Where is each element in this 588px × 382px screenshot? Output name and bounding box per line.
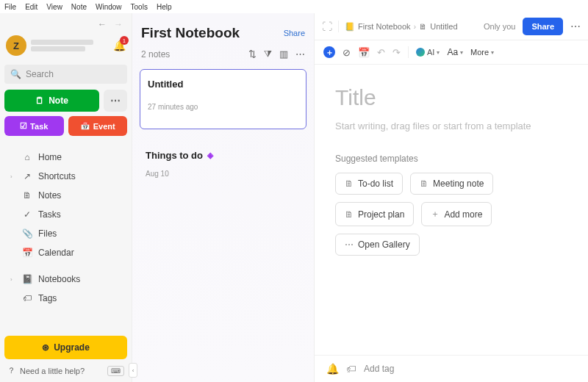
template-todo[interactable]: 🗎To-do list bbox=[335, 173, 403, 195]
breadcrumb-notebook[interactable]: First Notebook bbox=[358, 22, 411, 31]
ai-label: AI bbox=[427, 48, 434, 57]
note-more-icon[interactable]: ⋯ bbox=[570, 21, 581, 32]
menu-help[interactable]: Help bbox=[157, 3, 172, 11]
profile-name-redacted bbox=[31, 38, 109, 53]
sidebar-item-files[interactable]: 📎Files bbox=[4, 224, 127, 243]
note-item-time: 27 minutes ago bbox=[148, 103, 298, 111]
reminder-icon[interactable]: 🔔 bbox=[326, 363, 339, 375]
sidebar-item-home[interactable]: ⌂Home bbox=[4, 148, 127, 167]
collapse-sidebar-button[interactable]: ‹ bbox=[129, 363, 137, 378]
menu-note[interactable]: Note bbox=[71, 3, 87, 11]
search-placeholder: Search bbox=[26, 69, 54, 79]
undo-icon[interactable]: ↶ bbox=[377, 47, 385, 58]
help-icon: ？ bbox=[7, 365, 15, 376]
sidebar-item-tags[interactable]: 🏷Tags bbox=[4, 289, 127, 308]
template-label: Project plan bbox=[358, 209, 404, 220]
help-label: Need a little help? bbox=[20, 367, 85, 375]
editor-panel: ⛶ 📒 First Notebook › 🗎 Untitled Only you… bbox=[315, 13, 588, 382]
keyboard-icon[interactable]: ⌨ bbox=[107, 366, 124, 376]
new-more-button[interactable]: ⋯ bbox=[104, 90, 127, 112]
sidebar-item-label: Notebooks bbox=[38, 274, 80, 284]
more-label: More bbox=[470, 48, 489, 57]
tasks-icon: ✓ bbox=[22, 209, 32, 220]
home-icon: ⌂ bbox=[22, 152, 32, 162]
open-gallery-button[interactable]: ⋯Open Gallery bbox=[335, 234, 420, 256]
sidebar-item-shortcuts[interactable]: ›↗Shortcuts bbox=[4, 167, 127, 186]
chevron-right-icon: › bbox=[10, 276, 16, 283]
tag-add-icon[interactable]: 🏷 bbox=[346, 363, 356, 375]
sidebar-item-label: Tags bbox=[38, 293, 57, 303]
sidebar-item-label: Files bbox=[38, 228, 57, 239]
note-item-title: Things to do bbox=[146, 150, 203, 161]
shortcut-badge-icon: ◈ bbox=[207, 151, 213, 160]
notes-icon: 🗎 bbox=[22, 190, 32, 201]
sidebar-item-label: Notes bbox=[38, 190, 61, 201]
template-label: Add more bbox=[444, 209, 482, 220]
upgrade-label: Upgrade bbox=[54, 342, 90, 353]
filter-icon[interactable]: ⧩ bbox=[264, 48, 272, 60]
task-label: Task bbox=[30, 122, 48, 131]
avatar: Z bbox=[6, 35, 26, 56]
menu-window[interactable]: Window bbox=[96, 3, 122, 11]
calendar-icon: 📅 bbox=[22, 248, 32, 258]
breadcrumb-note[interactable]: Untitled bbox=[430, 22, 457, 31]
insert-button[interactable]: ＋ bbox=[323, 46, 335, 58]
template-label: Meeting note bbox=[433, 179, 484, 189]
upgrade-icon: ⊛ bbox=[42, 342, 49, 353]
tags-icon: 🏷 bbox=[22, 293, 32, 303]
profile-row[interactable]: Z 🔔 1 bbox=[4, 32, 127, 59]
sidebar-item-tasks[interactable]: ✓Tasks bbox=[4, 205, 127, 224]
note-list-item[interactable]: Untitled 27 minutes ago bbox=[140, 69, 306, 129]
chevron-down-icon: ▾ bbox=[491, 49, 494, 56]
search-input[interactable]: 🔍 Search bbox=[4, 65, 127, 84]
note-list-item[interactable]: Things to do ◈ Aug 10 bbox=[138, 141, 308, 187]
plus-icon: ＋ bbox=[431, 208, 440, 220]
doc-icon: 🗎 bbox=[345, 179, 354, 189]
menu-tools[interactable]: Tools bbox=[131, 3, 148, 11]
add-tag-input[interactable]: Add tag bbox=[364, 364, 394, 374]
task-toggle-icon[interactable]: ⊘ bbox=[343, 47, 351, 58]
search-icon: 🔍 bbox=[10, 69, 21, 79]
note-body-input[interactable]: Start writing, drag files or start from … bbox=[335, 120, 567, 131]
template-label: To-do list bbox=[358, 179, 393, 189]
menu-view[interactable]: View bbox=[46, 3, 62, 11]
toolbar-more-button[interactable]: More ▾ bbox=[470, 48, 494, 57]
help-link[interactable]: ？ Need a little help? ⌨ bbox=[4, 359, 127, 378]
event-icon: 📅 bbox=[80, 121, 90, 131]
note-title-input[interactable]: Title bbox=[335, 85, 567, 110]
menu-edit[interactable]: Edit bbox=[25, 3, 37, 11]
redo-icon[interactable]: ↷ bbox=[392, 47, 401, 58]
note-item-title: Untitled bbox=[148, 79, 298, 90]
share-notebook-link[interactable]: Share bbox=[284, 29, 305, 37]
nav-forward-icon: → bbox=[114, 19, 123, 29]
template-addmore[interactable]: ＋Add more bbox=[421, 202, 492, 226]
visibility-label[interactable]: Only you bbox=[484, 22, 515, 31]
note-icon: 🗎 bbox=[419, 22, 427, 31]
new-note-button[interactable]: 🗒 Note bbox=[4, 90, 99, 112]
new-task-button[interactable]: ☑ Task bbox=[4, 116, 64, 136]
sidebar-item-calendar[interactable]: 📅Calendar bbox=[4, 243, 127, 262]
sidebar-item-notes[interactable]: 🗎Notes bbox=[4, 186, 127, 205]
ai-button[interactable]: AI ▾ bbox=[416, 48, 440, 57]
new-event-button[interactable]: 📅 Event bbox=[68, 116, 128, 136]
expand-icon[interactable]: ⛶ bbox=[322, 21, 332, 32]
share-button[interactable]: Share bbox=[523, 18, 563, 35]
menu-file[interactable]: File bbox=[4, 3, 16, 11]
template-meeting[interactable]: 🗎Meeting note bbox=[410, 173, 493, 195]
nav-back-icon[interactable]: ← bbox=[98, 19, 107, 29]
text-style-button[interactable]: Aa ▾ bbox=[447, 47, 463, 57]
calendar-insert-icon[interactable]: 📅 bbox=[358, 47, 370, 58]
template-project[interactable]: 🗎Project plan bbox=[335, 202, 414, 226]
note-count: 2 notes bbox=[141, 49, 170, 60]
sort-icon[interactable]: ⇅ bbox=[248, 48, 257, 60]
notebook-icon: 📓 bbox=[22, 274, 32, 284]
sidebar-item-notebooks[interactable]: ›📓Notebooks bbox=[4, 270, 127, 289]
chevron-down-icon: ▾ bbox=[460, 49, 463, 56]
sidebar-item-label: Tasks bbox=[38, 209, 61, 220]
view-icon[interactable]: ▥ bbox=[279, 48, 288, 60]
more-options-icon[interactable]: ⋯ bbox=[295, 48, 305, 60]
notifications-button[interactable]: 🔔 1 bbox=[113, 39, 126, 52]
ai-icon bbox=[416, 48, 425, 57]
upgrade-button[interactable]: ⊛ Upgrade bbox=[4, 336, 127, 359]
doc-icon: 🗎 bbox=[420, 179, 429, 189]
